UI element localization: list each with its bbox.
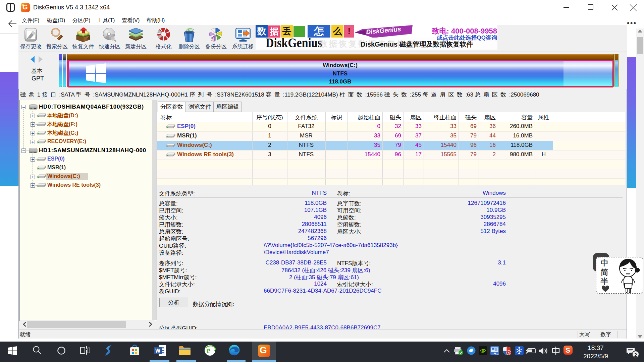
svg-text:intel: intel (495, 353, 499, 355)
svg-text:W: W (155, 348, 161, 354)
